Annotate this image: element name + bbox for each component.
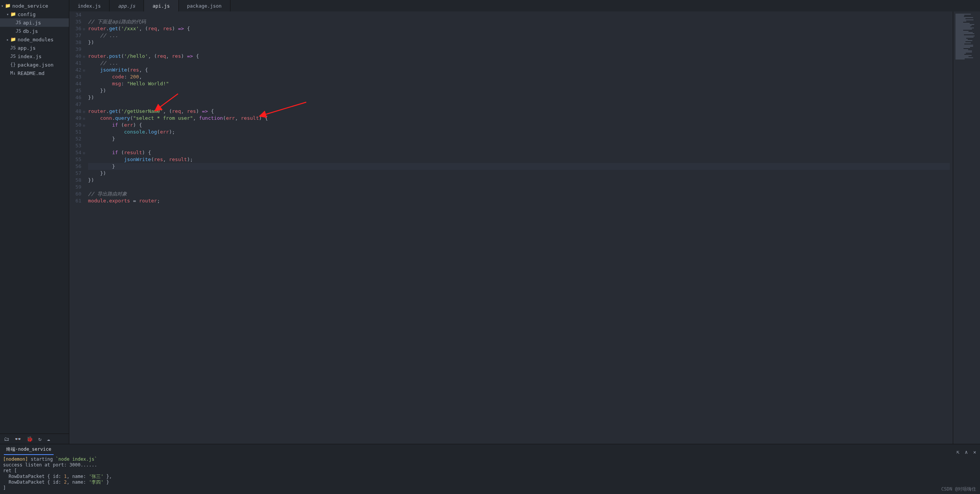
line-number: 60 [75,191,85,197]
file-icon: 📁 [10,37,16,42]
tree-item[interactable]: {}package.json [0,60,69,69]
folder-icon: 📁 [5,3,11,8]
code-line[interactable]: console.log(err); [88,129,950,135]
code-line[interactable] [88,101,950,108]
code-line[interactable] [88,46,950,53]
code-line[interactable]: } [88,135,950,142]
chevron-down-icon[interactable]: ▾ [0,4,5,8]
code-line[interactable]: // ... [88,60,950,67]
file-tree[interactable]: ▾ 📁 node_service ▾📁configJSapi.jsJSdb.js… [0,0,69,434]
line-number: 59 [75,184,85,191]
sidebar-tool-icon[interactable]: 👓 [15,436,21,442]
code-line[interactable]: }) [88,94,950,101]
terminal-tabs: 终端·node_service ⇱∧✕ [0,444,980,455]
tree-item[interactable]: JSapp.js [0,44,69,52]
line-number: 37 [75,32,85,39]
code-line[interactable]: } [88,163,950,170]
code-line[interactable]: }) [88,170,950,177]
line-number: 39 [75,46,85,53]
editor-body: 34 35 36⊟37 38 39 40⊟41 42⊟43 44 45 46 4… [69,11,980,444]
line-number: 46 [75,94,85,101]
line-number: 51 [75,129,85,135]
terminal-line: success listen at port: 3000...... [3,462,977,468]
line-number: 40⊟ [75,53,85,60]
tree-root-label: node_service [12,3,48,9]
terminal-line: [nodemon] starting `node index.js` [3,457,977,462]
line-number: 54⊟ [75,149,85,156]
editor: index.jsapp.jsapi.jspackage.json 34 35 3… [69,0,980,444]
code-line[interactable]: }) [88,87,950,94]
code-line[interactable]: jsonWrite(res, { [88,67,950,73]
terminal-line: RowDataPacket { id: 1, name: '张三' }, [3,474,977,479]
code-line[interactable]: if (err) { [88,122,950,129]
chevron-icon[interactable]: ▾ [5,12,10,16]
code-line[interactable]: // 下面是api路由的代码 [88,18,950,25]
code-line[interactable]: }) [88,177,950,184]
code-line[interactable]: router.get('/getUserName', (req, res) =>… [88,108,950,115]
file-icon: JS [10,54,16,59]
sidebar-tool-icon[interactable]: ☁ [47,436,50,442]
file-icon: {} [10,62,16,67]
terminal-line: ] [3,485,977,491]
code-area[interactable]: // 下面是api路由的代码router.get('/xxx', (req, r… [88,11,953,444]
tree-item[interactable]: ▾📁config [0,10,69,18]
code-line[interactable] [88,11,950,18]
line-number: 49⊟ [75,115,85,122]
file-icon: JS [15,20,21,25]
code-line[interactable]: code: 200, [88,73,950,80]
sidebar-tool-icon[interactable]: 🐞 [26,436,33,442]
terminal-action-icon[interactable]: ✕ [973,449,976,455]
editor-tab[interactable]: package.json [179,0,230,11]
main-split: ▾ 📁 node_service ▾📁configJSapi.jsJSdb.js… [0,0,980,444]
code-line[interactable]: }) [88,39,950,46]
code-line[interactable]: module.exports = router; [88,197,950,204]
tree-item-label: db.js [23,28,38,34]
code-line[interactable]: router.get('/xxx', (req, res) => { [88,25,950,32]
tree-root[interactable]: ▾ 📁 node_service [0,2,69,10]
tree-item[interactable]: ▸📁node_modules [0,35,69,44]
editor-tab[interactable]: app.js [109,0,144,11]
tree-item-label: node_modules [18,37,54,42]
file-icon: M↓ [10,70,16,76]
editor-tab[interactable]: api.js [144,0,178,11]
terminal-action-icon[interactable]: ∧ [965,449,968,455]
line-number: 61 [75,197,85,204]
tree-item-label: README.md [18,70,44,76]
code-line[interactable] [88,184,950,191]
sidebar-tool-icon[interactable]: ↻ [38,436,41,442]
sidebar-tool-icon[interactable]: 🗂 [4,436,9,442]
line-number: 43 [75,73,85,80]
code-line[interactable]: msg: "Hello World!" [88,80,950,87]
terminal-tab[interactable]: 终端·node_service [4,445,54,455]
code-line[interactable]: // ... [88,32,950,39]
tree-item[interactable]: JSindex.js [0,52,69,60]
tree-item-label: config [18,11,36,17]
tree-item-label: package.json [18,62,54,68]
terminal-output[interactable]: [nodemon] starting `node index.js`succes… [0,455,980,494]
tree-item[interactable]: JSapi.js [0,18,69,27]
sidebar-bottom-toolbar: 🗂👓🐞↻☁ [0,434,69,444]
tree-item[interactable]: M↓README.md [0,69,69,77]
code-line[interactable]: if (result) { [88,149,950,156]
terminal-action-icon[interactable]: ⇱ [957,449,960,455]
editor-tab[interactable]: index.js [69,0,109,11]
code-line[interactable]: // 导出路由对象 [88,191,950,197]
file-icon: JS [15,28,21,34]
code-line[interactable]: router.post('/hello', (req, res) => { [88,53,950,60]
code-line[interactable]: jsonWrite(res, result); [88,156,950,163]
app-root: ▾ 📁 node_service ▾📁configJSapi.jsJSdb.js… [0,0,980,494]
line-number: 58 [75,177,85,184]
tree-item[interactable]: JSdb.js [0,27,69,35]
line-number: 52 [75,135,85,142]
line-number: 44 [75,80,85,87]
chevron-icon[interactable]: ▸ [5,37,10,42]
minimap[interactable] [953,11,980,444]
code-line[interactable]: conn.query("select * from user", functio… [88,115,950,122]
tree-item-label: app.js [18,45,36,51]
line-number: 48⊟ [75,108,85,115]
tree-item-label: api.js [23,20,41,26]
line-number: 45 [75,87,85,94]
code-line[interactable] [88,142,950,149]
line-number: 35 [75,18,85,25]
terminal-line: ret [ [3,468,977,474]
